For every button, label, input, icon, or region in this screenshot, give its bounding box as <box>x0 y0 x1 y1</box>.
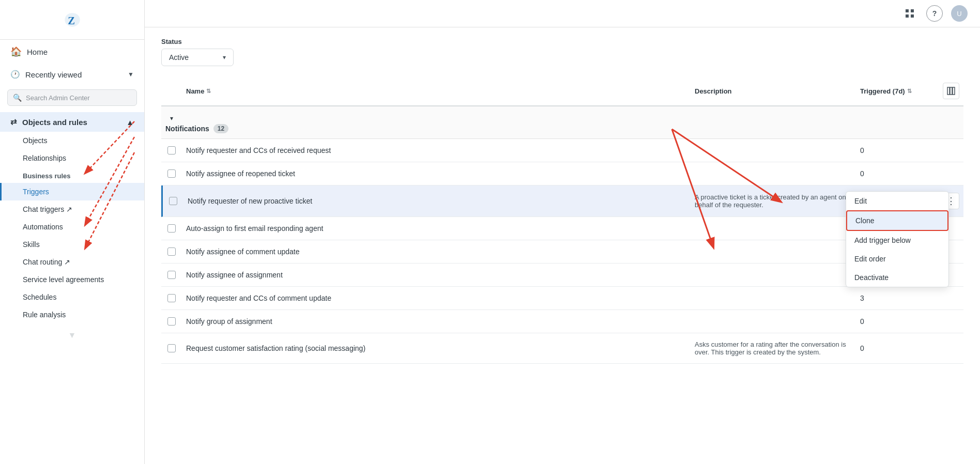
recently-viewed[interactable]: 🕐 Recently viewed ▼ <box>0 64 144 85</box>
header-description: Description <box>691 81 856 101</box>
home-label: Home <box>27 48 48 56</box>
context-menu-add-trigger[interactable]: Add trigger below <box>846 231 948 250</box>
row-triggered: 0 <box>856 342 939 354</box>
svg-rect-4 <box>911 14 914 18</box>
search-icon: 🔍 <box>13 94 22 102</box>
clock-icon: 🕐 <box>10 70 20 79</box>
row-checkbox[interactable] <box>161 222 182 235</box>
table-row-highlighted: Notify requester of new proactive ticket… <box>161 185 963 217</box>
sidebar: Z 🏠 Home 🕐 Recently viewed ▼ 🔍 ⇄ Objects… <box>0 0 145 464</box>
table-row: Notify requester and CCs of received req… <box>161 139 963 162</box>
row-description <box>691 226 856 230</box>
sidebar-item-sla[interactable]: Service level agreements <box>0 271 144 288</box>
table-row: Notify assignee of assignment 0 <box>161 264 963 287</box>
sidebar-home[interactable]: 🏠 Home <box>0 40 144 64</box>
group-notifications: ▾ Notifications 12 <box>161 106 963 139</box>
scroll-down-icon: ▼ <box>68 331 76 340</box>
row-name: Notify requester and CCs of comment upda… <box>182 292 691 304</box>
context-menu-clone[interactable]: Clone <box>846 210 948 231</box>
objects-rules-section[interactable]: ⇄ Objects and rules ▲ <box>0 112 144 132</box>
sidebar-item-skills[interactable]: Skills <box>0 236 144 253</box>
sidebar-item-rule-analysis[interactable]: Rule analysis <box>0 306 144 323</box>
objects-rules-label: Objects and rules <box>22 118 87 127</box>
row-description: Asks customer for a rating after the con… <box>691 338 856 358</box>
sidebar-item-relationships[interactable]: Relationships <box>0 149 144 167</box>
group-count-badge: 12 <box>213 124 228 133</box>
chevron-up-icon: ▲ <box>126 118 134 127</box>
recently-viewed-label: Recently viewed <box>25 70 82 79</box>
table-header: Name ⇅ Description Triggered (7d) ⇅ <box>161 76 963 106</box>
header-triggered[interactable]: Triggered (7d) ⇅ <box>856 81 939 101</box>
triggers-table: Name ⇅ Description Triggered (7d) ⇅ <box>161 76 963 364</box>
name-sort-icon: ⇅ <box>206 88 211 95</box>
group-label: Notifications 12 <box>161 124 691 133</box>
search-box[interactable]: 🔍 <box>7 89 137 106</box>
context-menu-edit[interactable]: Edit <box>846 192 948 210</box>
row-description: A proactive ticket is a ticket created b… <box>691 191 856 211</box>
table-row: Auto-assign to first email responding ag… <box>161 217 963 240</box>
row-checkbox[interactable] <box>161 245 182 258</box>
sidebar-item-schedules[interactable]: Schedules <box>0 288 144 306</box>
objects-rules-icon: ⇄ <box>10 117 17 127</box>
zendesk-logo: Z <box>61 9 84 32</box>
context-menu-deactivate[interactable]: Deactivate <box>846 268 948 287</box>
row-actions <box>939 319 963 323</box>
sidebar-item-triggers[interactable]: Triggers <box>0 183 144 200</box>
status-value: Active <box>169 53 189 61</box>
status-dropdown[interactable]: Active ▾ <box>161 49 234 66</box>
status-label: Status <box>161 38 963 45</box>
svg-rect-6 <box>950 87 952 95</box>
chevron-down-icon: ▼ <box>128 71 134 78</box>
home-icon: 🏠 <box>10 46 22 57</box>
search-input[interactable] <box>26 94 131 102</box>
row-name: Notify requester and CCs of received req… <box>182 144 691 157</box>
row-actions <box>939 172 963 176</box>
logo-area: Z <box>0 0 144 40</box>
row-name: Request customer satisfaction rating (so… <box>182 342 691 354</box>
svg-text:Z: Z <box>68 15 75 26</box>
row-triggered: 3 <box>856 292 939 304</box>
help-icon[interactable]: ? <box>926 5 943 22</box>
row-name: Auto-assign to first email responding ag… <box>182 222 691 235</box>
table-row: Notify assignee of reopened ticket 0 <box>161 162 963 185</box>
row-description <box>691 148 856 152</box>
avatar[interactable]: U <box>951 5 968 22</box>
columns-button[interactable] <box>943 83 959 99</box>
header-name[interactable]: Name ⇅ <box>182 81 691 101</box>
row-checkbox[interactable] <box>161 342 182 354</box>
svg-rect-7 <box>953 87 955 95</box>
row-triggered: 0 <box>856 315 939 328</box>
header-columns-toggle[interactable] <box>939 81 963 101</box>
row-description <box>691 273 856 277</box>
row-actions <box>939 296 963 300</box>
row-checkbox[interactable] <box>161 292 182 304</box>
row-triggered: 0 <box>856 144 939 157</box>
table-row: Notify assignee of comment update 0 <box>161 240 963 264</box>
svg-rect-5 <box>947 87 950 95</box>
row-checkbox[interactable] <box>161 144 182 157</box>
top-bar: ? U <box>145 0 980 27</box>
context-menu-edit-order[interactable]: Edit order <box>846 250 948 268</box>
row-name: Notify assignee of comment update <box>182 245 691 258</box>
grid-icon[interactable] <box>901 5 918 22</box>
row-checkbox[interactable] <box>161 269 182 281</box>
sidebar-item-chat-triggers[interactable]: Chat triggers ↗ <box>0 200 144 218</box>
svg-rect-3 <box>906 14 909 18</box>
group-collapse-icon[interactable]: ▾ <box>161 112 182 124</box>
row-checkbox[interactable] <box>163 195 183 207</box>
row-checkbox[interactable] <box>161 167 182 180</box>
row-actions <box>939 346 963 350</box>
row-checkbox[interactable] <box>161 315 182 328</box>
table-row: Notify group of assignment 0 <box>161 310 963 333</box>
row-name: Notify requester of new proactive ticket <box>183 195 691 207</box>
row-description <box>691 172 856 176</box>
sidebar-item-automations[interactable]: Automations <box>0 218 144 236</box>
row-description <box>691 296 856 300</box>
sidebar-item-objects[interactable]: Objects <box>0 132 144 149</box>
svg-rect-2 <box>911 9 914 12</box>
business-rules-label: Business rules <box>0 167 144 183</box>
sidebar-item-chat-routing[interactable]: Chat routing ↗ <box>0 253 144 271</box>
row-actions <box>939 148 963 152</box>
header-checkbox <box>161 81 182 101</box>
chevron-down-icon: ▾ <box>223 54 226 61</box>
